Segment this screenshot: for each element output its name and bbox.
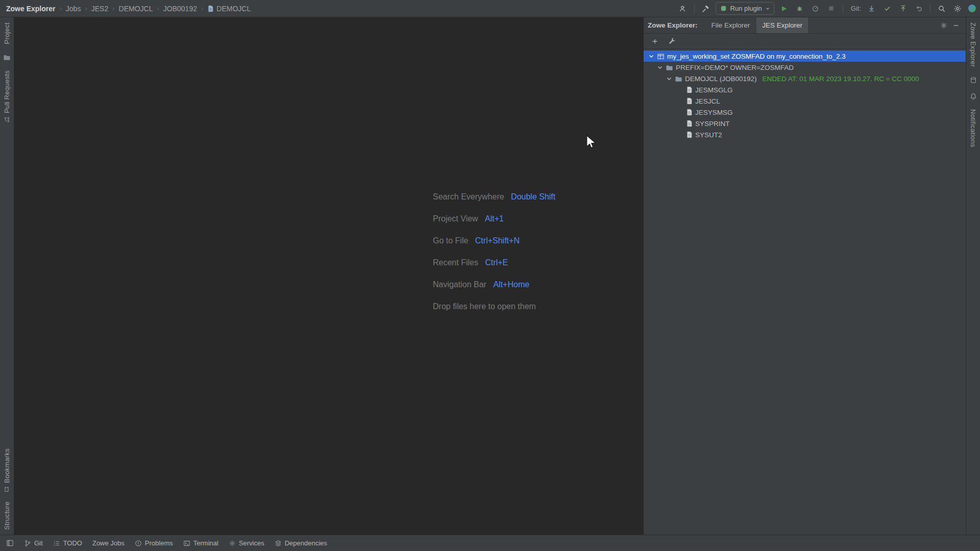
hammer-icon[interactable] <box>700 3 712 15</box>
settings-icon[interactable] <box>938 20 949 31</box>
folder-icon <box>666 64 673 71</box>
tab-file-explorer[interactable]: File Explorer <box>706 17 756 33</box>
breadcrumb-item-zowe-explorer[interactable]: Zowe Explorer <box>6 5 55 13</box>
breadcrumb-item-jes2[interactable]: JES2 <box>91 5 108 13</box>
stop-icon <box>825 3 838 15</box>
spool-file-icon <box>686 120 693 127</box>
tool-stripe-bookmarks-label: Bookmarks <box>3 448 11 483</box>
breadcrumb-item-job00192[interactable]: JOB00192 <box>163 5 197 13</box>
settings-icon[interactable] <box>951 3 964 15</box>
tool-stripe-pull-requests[interactable]: Pull Requests <box>3 70 11 123</box>
git-push-icon[interactable] <box>897 3 909 15</box>
tree-node-label: JESJCL <box>695 97 720 105</box>
toolbar-separator <box>930 4 930 13</box>
mouse-cursor <box>586 135 597 149</box>
notification-badge[interactable] <box>968 5 976 12</box>
statusbar-todo[interactable]: TODO <box>48 535 87 551</box>
folder-icon <box>675 75 682 83</box>
tree-row-spool-file[interactable]: SYSUT2 <box>644 129 966 140</box>
bell-icon[interactable] <box>970 93 977 100</box>
wrench-icon[interactable] <box>666 36 677 47</box>
tree-row-prefix-filter[interactable]: PREFIX=DEMO* OWNER=ZOSMFAD <box>644 62 966 73</box>
breadcrumb-item-jobs[interactable]: Jobs <box>66 5 81 13</box>
tree-node-label: SYSPRINT <box>695 120 730 128</box>
spool-file-icon <box>686 109 693 116</box>
breadcrumb-item-demojcl-file[interactable]: DEMOJCL <box>216 5 251 13</box>
hint-label: Go to File <box>433 236 468 245</box>
hint-row: Recent Files Ctrl+E <box>433 257 555 269</box>
tool-stripe-notifications[interactable]: Notifications <box>969 109 977 147</box>
run-icon[interactable] <box>778 3 790 15</box>
jes-toolbar <box>644 34 966 49</box>
run-configuration-label: Run plugin <box>730 5 762 12</box>
chevron-down-icon[interactable] <box>648 53 654 59</box>
database-icon[interactable] <box>970 77 977 84</box>
tree-row-spool-file[interactable]: JESMSGLG <box>644 84 966 95</box>
statusbar-terminal-label: Terminal <box>193 539 218 547</box>
bookmark-icon <box>4 486 10 492</box>
git-branch-icon <box>24 540 31 547</box>
spool-file-icon <box>686 97 693 105</box>
folder-icon[interactable] <box>3 54 11 61</box>
editor-area: Search Everywhere Double Shift Project V… <box>14 17 643 535</box>
pull-requests-icon <box>4 116 10 123</box>
debug-icon[interactable] <box>794 3 806 15</box>
statusbar-dependencies[interactable]: Dependencies <box>270 535 332 551</box>
git-update-icon[interactable] <box>865 3 877 15</box>
tab-jes-explorer[interactable]: JES Explorer <box>756 17 808 33</box>
tool-stripe-zowe-explorer-label: Zowe Explorer <box>969 22 977 67</box>
tree-row-spool-file[interactable]: SYSPRINT <box>644 118 966 129</box>
tree-row-working-set[interactable]: my_jes_working_set ZOSMFAD on my_connect… <box>644 51 966 62</box>
breadcrumb-item-demojcl[interactable]: DEMOJCL <box>119 5 153 13</box>
statusbar-services[interactable]: Services <box>224 535 269 551</box>
git-commit-icon[interactable] <box>881 3 893 15</box>
tree-node-label: JESYSMSG <box>695 109 733 116</box>
tool-window-title[interactable]: Zowe Explorer: <box>648 21 698 29</box>
tree-node-label: DEMOJCL (JOB00192) <box>685 75 757 83</box>
tool-windows-icon[interactable] <box>4 535 15 551</box>
jes-tree: my_jes_working_set ZOSMFAD on my_connect… <box>644 49 966 535</box>
spool-file-icon <box>686 131 693 138</box>
editor-shortcut-hints: Search Everywhere Double Shift Project V… <box>433 191 555 322</box>
add-icon[interactable] <box>649 36 660 47</box>
main-toolbar: Zowe Explorer › Jobs › JES2 › DEMOJCL › … <box>0 0 980 17</box>
ide-window: Zowe Explorer › Jobs › JES2 › DEMOJCL › … <box>0 0 980 551</box>
tool-stripe-bookmarks[interactable]: Bookmarks <box>3 448 11 492</box>
profiler-icon[interactable] <box>810 3 822 15</box>
search-icon[interactable] <box>936 3 948 15</box>
right-tool-stripe: Zowe Explorer Notifications <box>966 17 980 535</box>
tree-row-spool-file[interactable]: JESJCL <box>644 95 966 107</box>
statusbar-zowe-jobs[interactable]: Zowe Jobs <box>88 535 129 551</box>
run-configuration-select[interactable]: Run plugin <box>716 2 774 15</box>
chevron-down-icon <box>766 7 770 11</box>
hint-label: Navigation Bar <box>433 280 486 289</box>
toolbar-separator <box>843 4 843 13</box>
breadcrumb-separator: › <box>201 5 203 12</box>
main-area: Project Pull Requests Bookmarks <box>0 17 980 535</box>
tree-row-job[interactable]: DEMOJCL (JOB00192) ENDED AT: 01 MAR 2023… <box>644 73 966 84</box>
tool-stripe-zowe-explorer[interactable]: Zowe Explorer <box>969 22 977 67</box>
job-status-text: ENDED AT: 01 MAR 2023 19.10.27. RC = CC … <box>763 75 919 83</box>
tool-stripe-project-label: Project <box>3 22 11 44</box>
statusbar-services-label: Services <box>239 539 264 547</box>
left-stripe-bottom: Bookmarks Structure <box>3 448 11 530</box>
statusbar-problems[interactable]: Problems <box>130 535 178 551</box>
tool-stripe-project[interactable]: Project <box>3 22 11 44</box>
statusbar-git[interactable]: Git <box>19 535 47 551</box>
dependencies-icon <box>275 540 282 547</box>
statusbar-terminal[interactable]: Terminal <box>179 535 223 551</box>
services-icon <box>229 540 236 547</box>
undo-icon[interactable] <box>913 3 925 15</box>
spool-file-icon <box>207 5 214 12</box>
chevron-down-icon[interactable] <box>657 64 663 70</box>
hide-icon[interactable] <box>950 20 962 31</box>
statusbar-problems-label: Problems <box>145 539 173 547</box>
breadcrumb-separator: › <box>59 5 61 12</box>
tree-row-spool-file[interactable]: JESYSMSG <box>644 107 966 118</box>
tool-stripe-structure[interactable]: Structure <box>3 502 11 530</box>
chevron-down-icon[interactable] <box>666 76 672 82</box>
tree-node-label: PREFIX=DEMO* OWNER=ZOSMFAD <box>676 64 794 71</box>
user-account-button[interactable] <box>677 3 689 15</box>
spool-file-icon <box>686 86 693 93</box>
statusbar-zowe-jobs-label: Zowe Jobs <box>92 539 125 547</box>
